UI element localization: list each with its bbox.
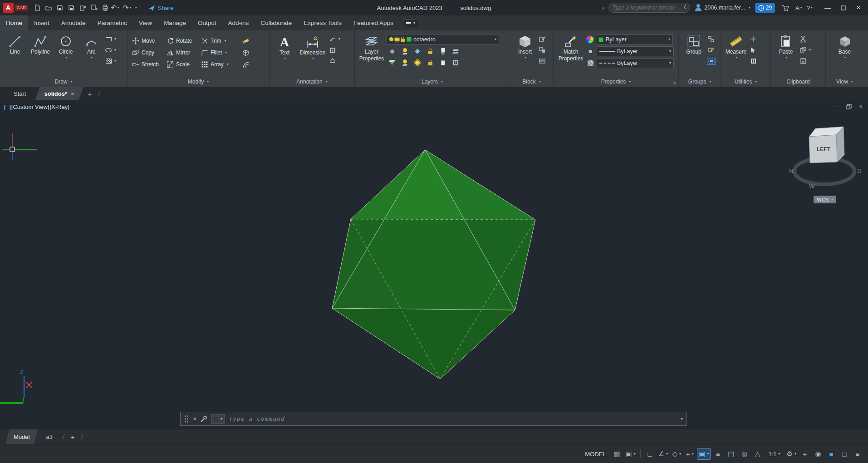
layer-unlock-button[interactable]: [426, 58, 435, 67]
viewport-view-control[interactable]: [Custom View]: [11, 103, 49, 110]
properties-panel-launcher[interactable]: ↘: [672, 80, 676, 85]
user-menu[interactable]: 2006.maria.fer... ▾: [695, 4, 750, 11]
model-space-toggle[interactable]: MODEL: [581, 448, 609, 460]
file-tab-solidos[interactable]: solidos*×: [35, 87, 83, 100]
ungroup-button[interactable]: [707, 35, 716, 43]
tab-view[interactable]: View: [133, 15, 158, 30]
open-from-web-button[interactable]: [77, 2, 88, 14]
wcs-dropdown[interactable]: WCS▾: [814, 196, 836, 203]
arc-button[interactable]: Arc ▾: [79, 32, 103, 77]
line-button[interactable]: Line: [3, 32, 27, 77]
osnap-tracking-dropdown-icon[interactable]: ▾: [692, 452, 694, 456]
layer-dropdown[interactable]: octaedro ▾: [387, 34, 499, 44]
table-button[interactable]: [329, 46, 340, 54]
expand-caret-icon[interactable]: ›: [602, 4, 604, 11]
close-button[interactable]: ×: [851, 1, 866, 15]
redo-button[interactable]: ↷▾: [123, 4, 132, 12]
tab-collaborate[interactable]: Collaborate: [255, 15, 298, 30]
quick-calc-button[interactable]: [749, 57, 757, 65]
rectangle-button[interactable]: ▾: [104, 35, 116, 43]
layer-freeze-button[interactable]: [413, 47, 422, 56]
array-dropdown-icon[interactable]: ▾: [227, 63, 229, 66]
color-wheel-icon[interactable]: [586, 36, 593, 43]
polar-dropdown-icon[interactable]: ▾: [666, 452, 668, 456]
tab-featured-apps[interactable]: Featured Apps: [348, 15, 399, 30]
paste-button[interactable]: Paste ▾: [774, 32, 798, 77]
new-layout-button[interactable]: +: [66, 429, 79, 444]
copy-clip-dropdown-icon[interactable]: ▾: [809, 48, 811, 52]
layer-off-button[interactable]: [387, 47, 397, 56]
trial-countdown-badge[interactable]: 29: [755, 3, 775, 13]
measure-dropdown-icon[interactable]: ▾: [736, 56, 737, 59]
new-file-button[interactable]: [32, 2, 43, 14]
leader-dropdown-icon[interactable]: ▾: [338, 37, 340, 41]
customize-wrench-icon[interactable]: [200, 415, 207, 423]
trim-button[interactable]: Trim▾: [201, 37, 242, 44]
model-tab[interactable]: Model: [5, 429, 38, 444]
circle-dropdown-icon[interactable]: ▾: [65, 56, 67, 59]
quick-select-button[interactable]: [749, 46, 757, 54]
panel-title-draw[interactable]: Draw▾: [0, 77, 127, 87]
undo-dropdown-icon[interactable]: ▾: [118, 6, 119, 10]
viewport-restore-icon[interactable]: [846, 104, 852, 109]
object-color-dropdown[interactable]: ByLayer ▾: [596, 34, 673, 44]
base-button[interactable]: Base ▾: [833, 32, 857, 77]
paste-special-button[interactable]: [799, 57, 811, 65]
lineweight-display-toggle[interactable]: ≡: [712, 448, 724, 460]
layer-unisolate-button[interactable]: [400, 58, 409, 67]
cut-button[interactable]: [799, 35, 811, 43]
tab-manage[interactable]: Manage: [158, 15, 192, 30]
search-box[interactable]: [608, 3, 690, 13]
panel-title-block[interactable]: Block▾: [510, 77, 553, 87]
tab-output[interactable]: Output: [192, 15, 222, 30]
open-file-button[interactable]: [43, 2, 54, 14]
tab-insert[interactable]: Insert: [28, 15, 55, 30]
snap-dropdown-icon[interactable]: ▾: [634, 452, 636, 456]
command-line-close-icon[interactable]: ×: [193, 415, 196, 423]
search-input[interactable]: [613, 5, 684, 11]
panel-title-layers[interactable]: Layers▾: [355, 77, 510, 87]
selection-cycling-toggle[interactable]: ▤: [725, 448, 737, 460]
layer-match-button[interactable]: [451, 47, 460, 56]
share-button[interactable]: Share: [148, 5, 174, 11]
dimension-dropdown-icon[interactable]: ▾: [312, 57, 314, 60]
help-menu[interactable]: ?▾: [807, 5, 813, 11]
panel-title-clipboard[interactable]: Clipboard: [771, 77, 825, 87]
polyline-button[interactable]: Polyline: [28, 32, 53, 77]
scale-button[interactable]: Scale: [167, 61, 201, 68]
command-line[interactable]: × ▾ Type a command ▾: [180, 412, 687, 426]
copy-button[interactable]: Copy: [132, 49, 167, 56]
close-tab-icon[interactable]: ×: [71, 90, 74, 97]
explode-button[interactable]: [242, 49, 254, 57]
layer-dropdown-icon[interactable]: ▾: [495, 38, 496, 41]
store-button[interactable]: [780, 2, 791, 14]
block-attributes-button[interactable]: [538, 57, 546, 65]
offset-button[interactable]: [242, 61, 254, 69]
new-drawing-tab-button[interactable]: +: [83, 87, 97, 100]
panel-title-view[interactable]: View▾: [826, 77, 863, 87]
polar-tracking-toggle[interactable]: ∠▾: [657, 448, 669, 460]
qat-customize-dropdown[interactable]: ▾: [135, 6, 137, 10]
object-snap-toggle[interactable]: ▣▾: [697, 448, 711, 460]
make-current-button[interactable]: [438, 47, 447, 56]
annotation-scale-dropdown-icon[interactable]: ▾: [779, 452, 780, 456]
layer-color-swatch[interactable]: [407, 37, 412, 42]
save-as-button[interactable]: [66, 2, 77, 14]
clean-screen-toggle[interactable]: □: [839, 448, 850, 460]
layer-state-button[interactable]: [451, 58, 460, 67]
search-icon[interactable]: [684, 5, 686, 11]
layer-thaw-icon[interactable]: [395, 38, 399, 41]
panel-title-utilities[interactable]: Utilities▾: [721, 77, 770, 87]
isometric-drafting-toggle[interactable]: ◇▾: [671, 448, 682, 460]
plot-button[interactable]: [100, 2, 111, 14]
fillet-dropdown-icon[interactable]: ▾: [225, 51, 227, 54]
panel-title-annotation[interactable]: Annotation▾: [270, 77, 354, 87]
isolate-objects-button[interactable]: ◉: [812, 448, 824, 460]
viewport-minimize-control[interactable]: [−]: [4, 103, 11, 110]
recent-commands-button[interactable]: ▾: [211, 414, 225, 424]
tab-express-tools[interactable]: Express Tools: [298, 15, 348, 30]
id-point-button[interactable]: [749, 35, 757, 43]
paste-dropdown-icon[interactable]: ▾: [785, 56, 787, 59]
mirror-button[interactable]: Mirror: [167, 49, 201, 56]
layer-lock-button[interactable]: [426, 47, 435, 56]
